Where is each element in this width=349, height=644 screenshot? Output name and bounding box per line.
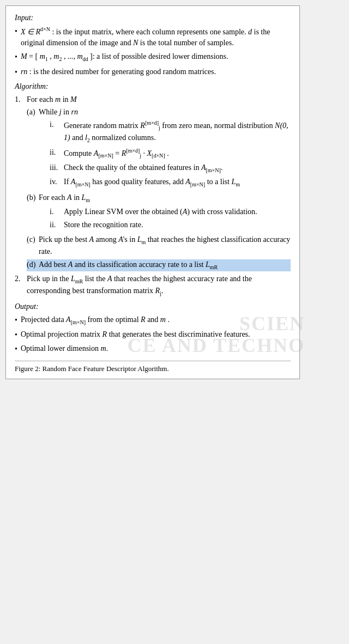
math-a-d: A (68, 260, 73, 269)
sub-mxn-out: [m×N] (71, 319, 86, 325)
math-lm: L (231, 178, 236, 186)
sub-2-norm: 2 (87, 137, 90, 143)
text-dot: · (143, 149, 147, 157)
input-label: Input: (15, 14, 291, 22)
text-eq: = (115, 149, 121, 157)
sub-j-2: j (160, 290, 161, 296)
sub-step-b-text: For each A in Lm i. Apply Linear SVM ove… (39, 192, 257, 233)
list-item: • rn : is the desired number for generat… (15, 66, 291, 78)
text-normalized: normalized columns. (92, 133, 155, 142)
roman-steps-b: i. Apply Linear SVM over the obtained (A… (39, 206, 257, 231)
text-rn: : is the desired number for generating g… (29, 68, 216, 76)
roman-i-text: Generate random matrix R[m×d]j from zero… (64, 119, 291, 144)
math-rj: R (140, 121, 145, 130)
step-1-text: For each m in M (27, 94, 77, 105)
text-period-iii: . (221, 163, 223, 172)
math-d: d (248, 28, 252, 36)
text-n: is the total number of samples. (140, 39, 234, 47)
roman-label-iii: iii. (50, 162, 64, 173)
math-a-2: A (107, 275, 112, 283)
roman-label-b-i: i. (50, 206, 64, 217)
output-bullet-3-text: Optimal lower dimension m. (21, 343, 108, 354)
text-and-out: and (147, 315, 160, 324)
bullet-m-text: M = [ m1 , m2 , ..., mdd ]: a list of po… (21, 51, 228, 63)
sub-mr-2: mR (75, 278, 83, 284)
roman-label-b-ii: ii. (50, 220, 64, 230)
text-x: : is the input matrix, where each column… (52, 28, 248, 36)
math-rn-ref: rn (71, 108, 78, 116)
sub-j: j (159, 125, 160, 131)
bullet-x-text: X ∈ Rd×N : is the input matrix, where ea… (21, 26, 291, 48)
bullet-rn-text: rn : is the desired number for generatin… (21, 66, 216, 77)
list-item: • M = [ m1 , m2 , ..., mdd ]: a list of … (15, 51, 291, 63)
text-from-out: from the optimal (87, 315, 141, 324)
sub-label-c: (c) (27, 234, 39, 245)
sub-mxn-ii: [m×N] (98, 153, 113, 159)
sub-label-a: (a) (27, 107, 39, 118)
math-m-for: m (55, 95, 61, 104)
sub-m-lm: m (236, 181, 240, 187)
math-a-c: A (89, 235, 94, 244)
math-x: X ∈ R (21, 28, 40, 36)
math-rn: rn (21, 68, 27, 76)
bullet-symbol: • (15, 330, 17, 341)
algorithm-label: Algorithm: (15, 82, 291, 91)
list-item: • Optimal projection matrix R that gener… (15, 329, 291, 341)
sub-mxn-iv: [m×N] (75, 181, 90, 187)
sub-2: 2 (59, 56, 62, 62)
roman-ii-text: Compute A[m×N] = R[m×d]j · X[d×N] . (64, 147, 169, 160)
figure-box: Input: • X ∈ Rd×N : is the input matrix,… (5, 5, 300, 379)
sub-1: 1 (45, 56, 48, 62)
math-r-out: R (141, 315, 146, 324)
roman-iii-text: Check the quality of the obtained featur… (64, 162, 222, 174)
text-period-out: . (167, 315, 170, 324)
math-m-out: m (160, 315, 166, 324)
math-x-ii: X (147, 149, 152, 157)
figure-caption: Figure 2: Random Face Feature Descriptor… (15, 361, 291, 373)
roman-step-b-ii: ii. Store the recognition rate. (50, 220, 257, 230)
sub-dd: dd (83, 56, 88, 62)
sub-step-a-text: While j in rn i. Generate random matrix … (39, 107, 291, 191)
sub-step-d: (d) Add best A and its classification ac… (27, 259, 291, 271)
input-bullet-list: • X ∈ Rd×N : is the input matrix, where … (15, 26, 291, 78)
roman-step-iv: iv. If A[m×N] has good quality features,… (50, 177, 291, 189)
algorithm-steps: 1. For each m in M (a) While j in rn i. (15, 94, 291, 298)
sub-mxn-iii: [m×N] (206, 167, 220, 173)
math-a-among: A (118, 235, 123, 244)
math-rj-2: R (155, 287, 160, 295)
sub-step-c-text: Pick up the best A among A's in Lm that … (39, 234, 291, 258)
sub-mxn-add: [m×N] (190, 181, 205, 187)
math-lmr-2: L (71, 275, 75, 283)
text-to-list: to a list (207, 178, 232, 186)
step-2: 2. Pick up in the LmR list the A that re… (15, 274, 291, 298)
roman-label-iv: iv. (50, 177, 64, 187)
sub-m-b: m (86, 197, 90, 203)
roman-b-ii-text: Store the recognition rate. (64, 220, 143, 230)
output-bullet-2-text: Optimal projection matrix R that generat… (21, 329, 250, 340)
step-num-1: 1. (15, 94, 25, 105)
bullet-symbol: • (15, 67, 17, 78)
math-r-out2: R (103, 330, 107, 338)
bullet-symbol: • (15, 26, 17, 37)
step-2-text: Pick up in the LmR list the A that reach… (27, 274, 291, 298)
roman-label-i: i. (50, 119, 64, 130)
sub-step-c: (c) Pick up the best A among A's in Lm t… (27, 234, 291, 258)
math-a-svm: A (183, 208, 188, 216)
step-1: 1. For each m in M (a) While j in rn i. (15, 94, 291, 271)
math-n: N (133, 39, 138, 47)
sub-dxn-ii: [d×N] (152, 153, 165, 159)
text-m-eq: = [ (29, 52, 38, 60)
sup-mxd-ii: [m×d] (126, 148, 140, 154)
math-m1: m (40, 52, 45, 60)
sub-j-ii: j (140, 153, 141, 159)
list-item: • Projected data A[m×N] from the optimal… (15, 314, 291, 326)
roman-steps-a: i. Generate random matrix R[m×d]j from z… (39, 119, 291, 189)
step-2-label: 2. Pick up in the LmR list the A that re… (15, 274, 291, 298)
math-rj-ii: R (122, 149, 127, 157)
sub-label-d: (d) (27, 259, 39, 270)
text-from: from zero mean, normal distribution (162, 121, 275, 130)
roman-iv-text: If A[m×N] has good quality features, add… (64, 177, 240, 189)
roman-step-iii: iii. Check the quality of the obtained f… (50, 162, 291, 174)
math-a-b: A (67, 193, 72, 202)
math-m-eq: M (21, 52, 27, 60)
